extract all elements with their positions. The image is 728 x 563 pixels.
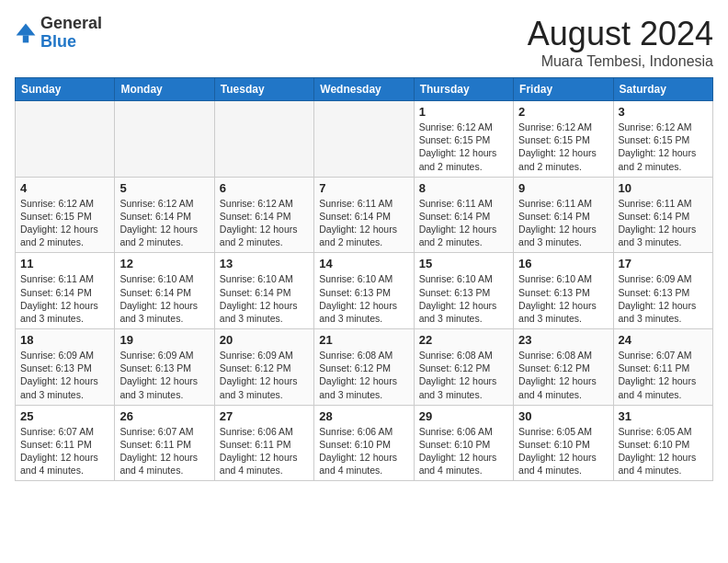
calendar-cell: 8Sunrise: 6:11 AMSunset: 6:14 PMDaylight…: [414, 177, 513, 253]
day-info: Sunrise: 6:07 AMSunset: 6:11 PMDaylight:…: [619, 349, 708, 401]
calendar-cell: 10Sunrise: 6:11 AMSunset: 6:14 PMDayligh…: [613, 177, 712, 253]
day-number: 12: [119, 257, 209, 270]
calendar-cell: 17Sunrise: 6:09 AMSunset: 6:13 PMDayligh…: [613, 253, 712, 329]
week-row-4: 18Sunrise: 6:09 AMSunset: 6:13 PMDayligh…: [16, 329, 713, 406]
day-number: 20: [220, 333, 309, 347]
day-number: 27: [220, 409, 309, 423]
calendar-cell: 7Sunrise: 6:11 AMSunset: 6:14 PMDaylight…: [314, 177, 414, 253]
calendar-cell: 30Sunrise: 6:05 AMSunset: 6:10 PMDayligh…: [514, 405, 613, 481]
calendar-cell: 19Sunrise: 6:09 AMSunset: 6:13 PMDayligh…: [115, 329, 214, 406]
day-number: 8: [419, 181, 508, 195]
logo-general: General: [40, 14, 102, 32]
day-info: Sunrise: 6:05 AMSunset: 6:10 PMDaylight:…: [619, 425, 708, 477]
day-info: Sunrise: 6:12 AMSunset: 6:14 PMDaylight:…: [220, 197, 309, 249]
day-info: Sunrise: 6:11 AMSunset: 6:14 PMDaylight:…: [20, 272, 109, 325]
page-header: General Blue August 2024 Muara Tembesi, …: [15, 15, 713, 70]
day-info: Sunrise: 6:12 AMSunset: 6:15 PMDaylight:…: [20, 197, 109, 249]
day-info: Sunrise: 6:08 AMSunset: 6:12 PMDaylight:…: [319, 349, 408, 401]
logo-blue: Blue: [40, 32, 76, 51]
day-number: 30: [518, 409, 608, 423]
day-info: Sunrise: 6:07 AMSunset: 6:11 PMDaylight:…: [119, 425, 209, 477]
day-info: Sunrise: 6:10 AMSunset: 6:13 PMDaylight:…: [518, 272, 608, 325]
title-block: August 2024 Muara Tembesi, Indonesia: [528, 15, 713, 70]
calendar-cell: 25Sunrise: 6:07 AMSunset: 6:11 PMDayligh…: [16, 405, 115, 481]
day-number: 14: [319, 257, 408, 270]
day-number: 17: [619, 257, 708, 270]
day-info: Sunrise: 6:06 AMSunset: 6:10 PMDaylight:…: [419, 425, 508, 477]
day-number: 6: [220, 181, 309, 195]
day-number: 31: [619, 409, 708, 423]
calendar-cell: 24Sunrise: 6:07 AMSunset: 6:11 PMDayligh…: [613, 329, 712, 406]
day-number: 19: [119, 333, 209, 347]
day-info: Sunrise: 6:11 AMSunset: 6:14 PMDaylight:…: [518, 197, 608, 249]
calendar-cell: 29Sunrise: 6:06 AMSunset: 6:10 PMDayligh…: [414, 405, 513, 481]
day-number: 4: [20, 181, 109, 195]
weekday-header-monday: Monday: [115, 78, 214, 101]
logo: General Blue: [15, 15, 102, 52]
weekday-header-sunday: Sunday: [16, 78, 115, 101]
day-number: 28: [319, 409, 408, 423]
day-number: 13: [220, 257, 309, 270]
day-info: Sunrise: 6:12 AMSunset: 6:14 PMDaylight:…: [119, 197, 209, 249]
calendar-cell: 2Sunrise: 6:12 AMSunset: 6:15 PMDaylight…: [514, 101, 613, 178]
day-number: 1: [419, 105, 508, 119]
day-info: Sunrise: 6:09 AMSunset: 6:13 PMDaylight:…: [20, 349, 109, 401]
calendar-cell: 3Sunrise: 6:12 AMSunset: 6:15 PMDaylight…: [613, 101, 712, 178]
calendar-cell: 14Sunrise: 6:10 AMSunset: 6:13 PMDayligh…: [314, 253, 414, 329]
day-info: Sunrise: 6:06 AMSunset: 6:10 PMDaylight:…: [319, 425, 408, 477]
calendar-cell: 4Sunrise: 6:12 AMSunset: 6:15 PMDaylight…: [16, 177, 115, 253]
weekday-header-friday: Friday: [514, 78, 613, 101]
calendar-cell: 13Sunrise: 6:10 AMSunset: 6:14 PMDayligh…: [214, 253, 313, 329]
calendar-cell: 31Sunrise: 6:05 AMSunset: 6:10 PMDayligh…: [613, 405, 712, 481]
day-info: Sunrise: 6:09 AMSunset: 6:12 PMDaylight:…: [220, 349, 309, 401]
calendar-subtitle: Muara Tembesi, Indonesia: [528, 53, 713, 70]
day-info: Sunrise: 6:08 AMSunset: 6:12 PMDaylight:…: [419, 349, 508, 401]
logo-icon: [15, 22, 37, 44]
week-row-1: 1Sunrise: 6:12 AMSunset: 6:15 PMDaylight…: [16, 101, 713, 178]
day-info: Sunrise: 6:10 AMSunset: 6:13 PMDaylight:…: [319, 272, 408, 325]
calendar-cell: 5Sunrise: 6:12 AMSunset: 6:14 PMDaylight…: [115, 177, 214, 253]
day-info: Sunrise: 6:11 AMSunset: 6:14 PMDaylight:…: [619, 197, 708, 249]
logo-text: General Blue: [40, 15, 102, 52]
calendar-cell: 28Sunrise: 6:06 AMSunset: 6:10 PMDayligh…: [314, 405, 414, 481]
day-number: 21: [319, 333, 408, 347]
day-info: Sunrise: 6:11 AMSunset: 6:14 PMDaylight:…: [419, 197, 508, 249]
svg-marker-0: [17, 23, 36, 35]
calendar-cell: [314, 101, 414, 178]
calendar-cell: 21Sunrise: 6:08 AMSunset: 6:12 PMDayligh…: [314, 329, 414, 406]
calendar-cell: 9Sunrise: 6:11 AMSunset: 6:14 PMDaylight…: [514, 177, 613, 253]
day-number: 29: [419, 409, 508, 423]
day-info: Sunrise: 6:11 AMSunset: 6:14 PMDaylight:…: [319, 197, 408, 249]
calendar-cell: 22Sunrise: 6:08 AMSunset: 6:12 PMDayligh…: [414, 329, 513, 406]
day-number: 26: [119, 409, 209, 423]
day-number: 5: [119, 181, 209, 195]
day-number: 15: [419, 257, 508, 270]
day-info: Sunrise: 6:09 AMSunset: 6:13 PMDaylight:…: [619, 272, 708, 325]
day-info: Sunrise: 6:07 AMSunset: 6:11 PMDaylight:…: [20, 425, 109, 477]
day-info: Sunrise: 6:12 AMSunset: 6:15 PMDaylight:…: [518, 121, 608, 173]
calendar-cell: 23Sunrise: 6:08 AMSunset: 6:12 PMDayligh…: [514, 329, 613, 406]
calendar-cell: 27Sunrise: 6:06 AMSunset: 6:11 PMDayligh…: [214, 405, 313, 481]
svg-rect-1: [23, 35, 28, 42]
calendar-table: SundayMondayTuesdayWednesdayThursdayFrid…: [15, 77, 713, 481]
day-number: 9: [518, 181, 608, 195]
weekday-header-tuesday: Tuesday: [214, 78, 313, 101]
week-row-2: 4Sunrise: 6:12 AMSunset: 6:15 PMDaylight…: [16, 177, 713, 253]
weekday-header-thursday: Thursday: [414, 78, 513, 101]
weekday-header-row: SundayMondayTuesdayWednesdayThursdayFrid…: [16, 78, 713, 101]
week-row-5: 25Sunrise: 6:07 AMSunset: 6:11 PMDayligh…: [16, 405, 713, 481]
week-row-3: 11Sunrise: 6:11 AMSunset: 6:14 PMDayligh…: [16, 253, 713, 329]
weekday-header-wednesday: Wednesday: [314, 78, 414, 101]
day-number: 24: [619, 333, 708, 347]
calendar-cell: [115, 101, 214, 178]
day-info: Sunrise: 6:09 AMSunset: 6:13 PMDaylight:…: [119, 349, 209, 401]
day-number: 11: [20, 257, 109, 270]
day-info: Sunrise: 6:05 AMSunset: 6:10 PMDaylight:…: [518, 425, 608, 477]
weekday-header-saturday: Saturday: [613, 78, 712, 101]
calendar-cell: 12Sunrise: 6:10 AMSunset: 6:14 PMDayligh…: [115, 253, 214, 329]
day-info: Sunrise: 6:06 AMSunset: 6:11 PMDaylight:…: [220, 425, 309, 477]
calendar-cell: 6Sunrise: 6:12 AMSunset: 6:14 PMDaylight…: [214, 177, 313, 253]
calendar-title: August 2024: [528, 15, 713, 53]
calendar-cell: 18Sunrise: 6:09 AMSunset: 6:13 PMDayligh…: [16, 329, 115, 406]
calendar-cell: 26Sunrise: 6:07 AMSunset: 6:11 PMDayligh…: [115, 405, 214, 481]
